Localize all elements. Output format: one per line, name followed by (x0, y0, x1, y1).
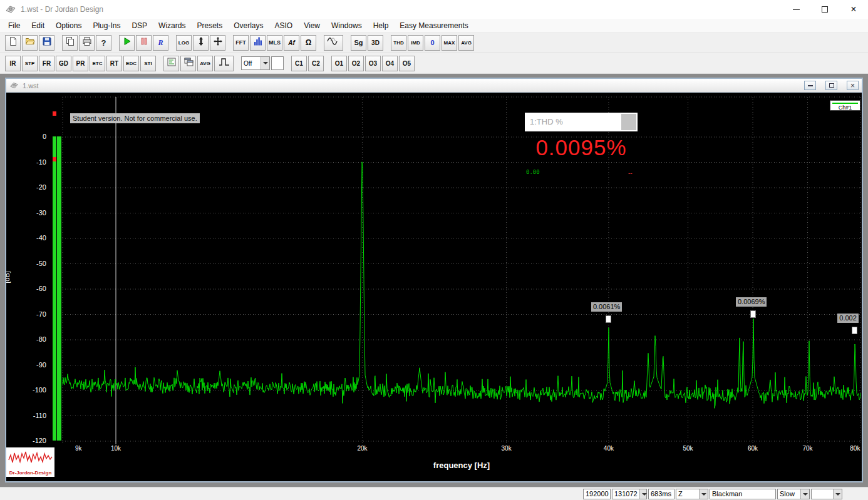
window-arrange-button[interactable] (180, 56, 196, 71)
overlay-1-button[interactable]: O1 (331, 56, 347, 71)
application-window: 1.wst - Dr Jordan Design × FileEditOptio… (0, 0, 868, 500)
gd-button[interactable]: GD (56, 56, 71, 71)
menu-item-options[interactable]: Options (50, 19, 87, 32)
record-button[interactable]: R (153, 35, 168, 51)
edc-button[interactable]: EDC (123, 56, 139, 71)
signal-button[interactable]: Sg (351, 35, 366, 51)
menu-item-view[interactable]: View (298, 19, 326, 32)
avg-2-label: AVG (200, 61, 210, 66)
minimize-button[interactable] (782, 0, 810, 19)
overlay-3-button[interactable]: O3 (365, 56, 381, 71)
extra-select[interactable] (811, 489, 842, 499)
menu-item-file[interactable]: File (3, 19, 26, 32)
y-axis-label: [dB] (6, 268, 28, 287)
print-icon (82, 36, 92, 49)
thd-readout-spinner[interactable] (621, 114, 636, 130)
avg-2-button[interactable]: AVG (197, 56, 213, 71)
impedance-button[interactable]: Ω (301, 35, 316, 51)
open-file-button[interactable] (22, 35, 38, 51)
menu-item-edit[interactable]: Edit (26, 19, 50, 32)
copy-button[interactable] (62, 35, 78, 51)
toolbar-main: ?RLOGFFTMLSAfΩSg3DTHDIMD0MAXAVG (0, 33, 868, 53)
sample-rate-field: 192000 (583, 489, 611, 499)
etc-button[interactable]: ETC (90, 56, 105, 71)
stp-button[interactable]: STP (22, 56, 38, 71)
fr-button[interactable]: FR (39, 56, 54, 71)
level-fader-icon (167, 57, 177, 69)
y-tick-label: -10 (20, 158, 46, 166)
spectrum-button[interactable] (250, 35, 266, 51)
pan-button[interactable] (210, 35, 225, 51)
menu-item-help[interactable]: Help (368, 19, 395, 32)
trigger-select[interactable]: Off (241, 56, 270, 70)
cursor-2-label: C2 (312, 60, 320, 67)
child-minimize-button[interactable] (804, 81, 816, 90)
overlay-4-button[interactable]: O4 (382, 56, 398, 71)
channel-legend[interactable]: Ch#1 (830, 100, 860, 111)
overlay-1-label: O1 (335, 60, 343, 67)
x-tick-label: 9k (67, 445, 90, 452)
signal-generator-button[interactable] (324, 35, 343, 51)
zoom-select[interactable]: Z (676, 489, 708, 499)
close-button[interactable]: × (839, 0, 868, 19)
help-label: ? (101, 38, 106, 48)
imd-button[interactable]: IMD (408, 35, 423, 51)
minimize-icon (808, 85, 813, 86)
y-tick-label: -100 (20, 386, 46, 394)
amplitude-frequency-button[interactable]: Af (284, 35, 299, 51)
menu-item-windows[interactable]: Windows (326, 19, 368, 32)
fft-size-select[interactable]: 131072 (612, 489, 647, 499)
log-scale-button[interactable]: LOG (176, 35, 192, 51)
app-icon (5, 4, 16, 14)
pause-button[interactable] (136, 35, 152, 51)
menu-item-wizards[interactable]: Wizards (153, 19, 191, 32)
menu-item-asio[interactable]: ASIO (269, 19, 298, 32)
start-button[interactable] (119, 35, 135, 51)
menu-item-overlays[interactable]: Overlays (228, 19, 269, 32)
rt-label: RT (110, 60, 118, 67)
menu-item-easy-measurements[interactable]: Easy Measurements (394, 19, 473, 32)
cursor-2-button[interactable]: C2 (308, 56, 324, 71)
child-close-button[interactable]: × (847, 81, 859, 90)
new-document-icon (8, 36, 18, 49)
overlay-2-button[interactable]: O2 (348, 56, 364, 71)
cursor-1-button[interactable]: C1 (291, 56, 307, 71)
rt-button[interactable]: RT (106, 56, 122, 71)
fft-button[interactable]: FFT (233, 35, 249, 51)
zero-button[interactable]: 0 (425, 35, 440, 51)
save-file-button[interactable] (39, 35, 54, 51)
child-maximize-button[interactable] (825, 81, 837, 90)
pr-button[interactable]: PR (73, 56, 88, 71)
mls-button[interactable]: MLS (267, 35, 282, 51)
menu-item-plug-ins[interactable]: Plug-Ins (87, 19, 126, 32)
new-file-button[interactable] (5, 35, 21, 51)
zoom-value: Z (676, 490, 699, 497)
sti-button[interactable]: STI (140, 56, 156, 71)
fft-label: FFT (235, 39, 246, 46)
avg-button[interactable]: AVG (458, 35, 474, 51)
speed-select[interactable]: Slow (777, 489, 810, 499)
peak-marker[interactable] (750, 310, 756, 318)
zoom-vertical-button[interactable] (193, 35, 209, 51)
menu-item-presets[interactable]: Presets (191, 19, 228, 32)
close-icon: × (850, 82, 855, 89)
menu-item-dsp[interactable]: DSP (126, 19, 153, 32)
ir-button[interactable]: IR (5, 56, 21, 71)
generator-level-button[interactable] (163, 56, 179, 71)
y-tick-label: -70 (20, 310, 46, 318)
speed-value: Slow (778, 490, 800, 497)
thd-button[interactable]: THD (391, 35, 406, 51)
three-d-button[interactable]: 3D (368, 35, 383, 51)
peak-marker[interactable] (606, 315, 611, 323)
peak-marker[interactable] (852, 327, 857, 334)
bar-spectrum-icon (253, 36, 263, 49)
max-button[interactable]: MAX (442, 35, 457, 51)
y-tick-label: -30 (20, 209, 46, 217)
print-button[interactable] (79, 35, 95, 51)
overlay-5-button[interactable]: O5 (399, 56, 415, 71)
mls-label: MLS (269, 39, 281, 46)
imd-label: IMD (411, 40, 420, 46)
maximize-button[interactable] (810, 0, 839, 19)
step-response-button[interactable] (214, 56, 234, 71)
help-button[interactable]: ? (96, 35, 111, 51)
